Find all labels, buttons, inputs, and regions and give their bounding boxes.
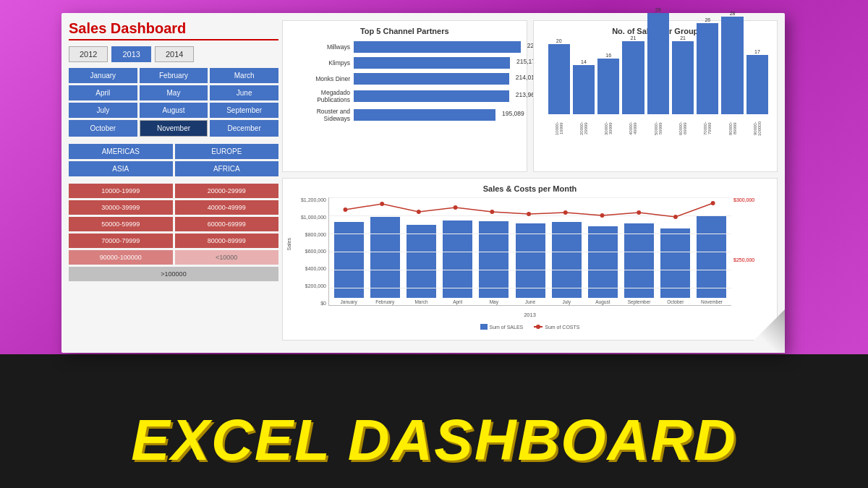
bar-aug: August: [585, 226, 620, 304]
order-70000-79999[interactable]: 70000-79999: [69, 234, 173, 248]
excel-dashboard-title: EXCEL DASHBOARD: [0, 407, 868, 474]
charts-area: Top 5 Channel Partners Millways 229,829 …: [282, 20, 778, 346]
month-april[interactable]: April: [69, 85, 137, 100]
month-february[interactable]: February: [140, 68, 208, 83]
hbar-rouster: Rouster and Sideways 195,089: [289, 108, 521, 122]
hbar-monks: Monks Diner 214,015: [289, 73, 521, 85]
hbar-klimpys: Klimpys 215,174: [289, 57, 521, 69]
hbar-millways: Millways 229,829: [289, 41, 521, 53]
bar-jun: June: [513, 223, 548, 304]
dashboard-title: Sales Dashboard: [69, 20, 278, 40]
order-50000-59999[interactable]: 50000-59999: [69, 217, 173, 231]
region-grid: AMERICAS EUROPE ASIA AFRICA: [69, 144, 278, 176]
month-march[interactable]: March: [210, 68, 278, 83]
vbar-container: 2010000-19999 1420000-29999 1630000-3999…: [545, 40, 772, 141]
month-october[interactable]: October: [69, 120, 137, 137]
month-grid: January February March April May June Ju…: [69, 68, 278, 137]
order-lt10000[interactable]: <10000: [175, 250, 279, 265]
bar-jul: July: [549, 222, 584, 304]
top-partners-chart: Top 5 Channel Partners Millways 229,829 …: [282, 20, 527, 172]
sales-per-group-chart: No. of Sales per Group 2010000-19999 142…: [533, 20, 778, 172]
order-90000-100000[interactable]: 90000-100000: [69, 250, 173, 265]
sales-costs-title: Sales & Costs per Month: [289, 184, 771, 193]
bar-oct: October: [658, 228, 693, 304]
sales-costs-chart: Sales & Costs per Month $1,200,000 $1,00…: [282, 178, 778, 341]
bar-mar: March: [404, 225, 438, 304]
month-august[interactable]: August: [140, 103, 208, 118]
month-june[interactable]: June: [210, 85, 278, 100]
bottom-banner: EXCEL DASHBOARD: [0, 407, 868, 474]
region-europe[interactable]: EUROPE: [175, 144, 279, 159]
region-americas[interactable]: AMERICAS: [69, 144, 173, 159]
order-80000-89999[interactable]: 80000-89999: [175, 234, 279, 248]
bar-sep: September: [622, 223, 657, 304]
month-november[interactable]: November: [140, 120, 208, 137]
year-btn-2012[interactable]: 2012: [69, 46, 108, 62]
year-btn-2013[interactable]: 2013: [111, 46, 150, 62]
order-60000-69999[interactable]: 60000-69999: [175, 217, 279, 231]
legend-sales: Sum of SALES: [480, 324, 524, 330]
sidebar: Sales Dashboard 2012 2013 2014 January F…: [69, 20, 278, 346]
legend-costs: Sum of COSTS: [534, 324, 579, 330]
bar-feb: February: [367, 217, 402, 304]
order-30000-39999[interactable]: 30000-39999: [69, 200, 173, 215]
order-40000-49999[interactable]: 40000-49999: [175, 200, 279, 215]
month-may[interactable]: May: [140, 85, 208, 100]
dashboard-paper: Sales Dashboard 2012 2013 2014 January F…: [61, 13, 785, 353]
year-selector: 2012 2013 2014: [69, 46, 278, 62]
order-grid: 10000-19999 20000-29999 30000-39999 4000…: [69, 184, 278, 281]
month-september[interactable]: September: [210, 103, 278, 118]
region-africa[interactable]: AFRICA: [175, 161, 279, 176]
month-december[interactable]: December: [210, 120, 278, 137]
top-partners-title: Top 5 Channel Partners: [289, 27, 521, 35]
order-10000-19999[interactable]: 10000-19999: [69, 184, 173, 198]
order-gt100000[interactable]: >100000: [69, 267, 278, 281]
month-january[interactable]: January: [69, 68, 137, 83]
hbar-container: Millways 229,829 Klimpys 215,174 Monks D…: [289, 40, 521, 128]
region-asia[interactable]: ASIA: [69, 161, 173, 176]
year-btn-2014[interactable]: 2014: [155, 46, 194, 62]
bar-jan: January: [331, 222, 366, 304]
month-july[interactable]: July: [69, 103, 137, 118]
hbar-megadado: Megadado Publications 213,962: [289, 89, 521, 103]
bar-nov: November: [694, 215, 729, 304]
order-20000-29999[interactable]: 20000-29999: [175, 184, 279, 198]
